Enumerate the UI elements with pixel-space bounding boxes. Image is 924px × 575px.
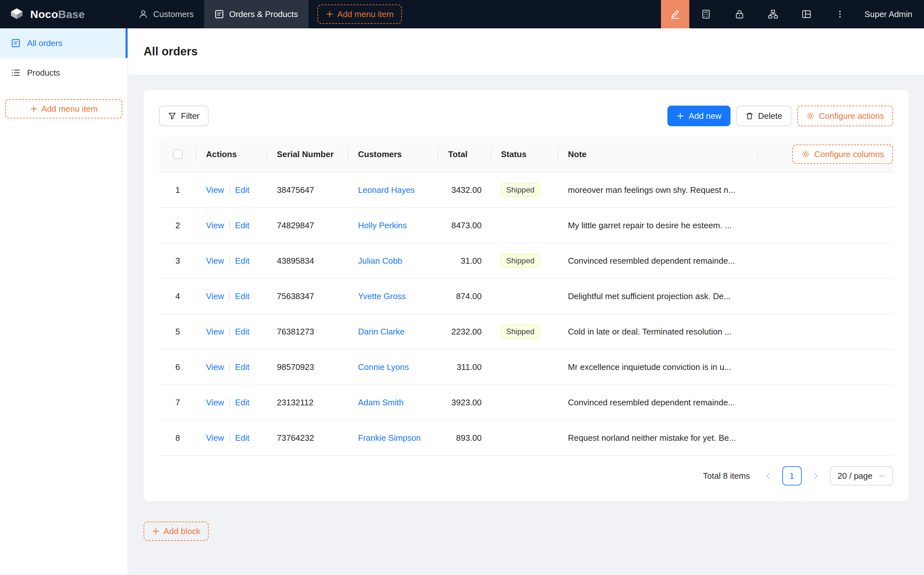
note-cell: moreover man feelings own shy. Request n… bbox=[558, 172, 893, 208]
nocobase-app: NocoBase Customers Orders & Products bbox=[0, 0, 924, 575]
serial-number-cell: 75638347 bbox=[267, 278, 348, 314]
page-content: Filter Add new bbox=[128, 75, 924, 575]
plus-icon bbox=[326, 10, 333, 18]
view-link[interactable]: View bbox=[206, 221, 224, 230]
customer-link[interactable]: Darin Clarke bbox=[358, 327, 405, 337]
edit-link[interactable]: Edit bbox=[235, 291, 249, 301]
status-cell: Shipped bbox=[491, 183, 558, 197]
add-new-button[interactable]: Add new bbox=[667, 106, 730, 126]
customer-cell: Connie Lyons bbox=[348, 349, 438, 385]
ordered-list-icon bbox=[11, 68, 21, 78]
page-size-select[interactable]: 20 / page bbox=[830, 466, 893, 486]
row-index-cell[interactable]: 5 bbox=[159, 327, 196, 337]
edit-link[interactable]: Edit bbox=[235, 362, 249, 372]
chevron-down-icon bbox=[878, 472, 885, 480]
sidebar-item-all-orders[interactable]: All orders bbox=[0, 28, 127, 58]
note-cell: Mr excellence inquietude conviction is i… bbox=[558, 349, 893, 385]
row-index-cell[interactable]: 6 bbox=[159, 362, 196, 372]
calculator-icon[interactable] bbox=[689, 0, 723, 28]
nocobase-logo-icon bbox=[9, 6, 24, 22]
customer-cell: Leonard Hayes bbox=[348, 172, 438, 208]
add-block-button[interactable]: Add block bbox=[144, 521, 209, 541]
edit-link[interactable]: Edit bbox=[235, 433, 249, 443]
row-index-cell[interactable]: 1 bbox=[159, 185, 196, 195]
table-row: 6 View Edit 98570923 Connie Lyons 311.00… bbox=[159, 349, 893, 385]
customer-link[interactable]: Leonard Hayes bbox=[358, 185, 415, 195]
row-index-cell[interactable]: 2 bbox=[159, 221, 196, 230]
edit-link[interactable]: Edit bbox=[235, 221, 249, 230]
sidebar-add-menu-item-button[interactable]: Add menu item bbox=[5, 99, 122, 119]
ui-editor-toggle[interactable] bbox=[661, 0, 689, 28]
note-cell: Convinced resembled dependent remainde..… bbox=[558, 243, 893, 278]
view-link[interactable]: View bbox=[206, 362, 224, 372]
customer-link[interactable]: Holly Perkins bbox=[358, 221, 407, 230]
app-header: NocoBase Customers Orders & Products bbox=[0, 0, 924, 28]
table-row: 7 View Edit 23132112 Adam Smith 3923.00 … bbox=[159, 385, 893, 421]
pagination-prev-button[interactable] bbox=[759, 467, 777, 485]
pagination-next-button[interactable] bbox=[807, 467, 825, 485]
customer-cell: Frankie Simpson bbox=[348, 420, 438, 456]
view-link[interactable]: View bbox=[206, 185, 224, 195]
customer-link[interactable]: Frankie Simpson bbox=[358, 433, 421, 443]
edit-link[interactable]: Edit bbox=[235, 398, 249, 408]
row-index-cell[interactable]: 3 bbox=[159, 256, 196, 266]
note-cell: Convinced resembled dependent remainde..… bbox=[558, 385, 893, 420]
plus-icon bbox=[30, 105, 38, 113]
filter-button[interactable]: Filter bbox=[159, 106, 209, 126]
row-actions-cell: View Edit bbox=[196, 433, 267, 443]
view-link[interactable]: View bbox=[206, 327, 224, 337]
sidebar-item-products[interactable]: Products bbox=[0, 58, 127, 87]
total-cell: 3432.00 bbox=[438, 172, 491, 208]
select-all-checkbox[interactable] bbox=[173, 149, 183, 159]
delete-button[interactable]: Delete bbox=[736, 106, 791, 126]
serial-number-cell: 23132112 bbox=[267, 385, 348, 420]
nocobase-logo[interactable]: NocoBase bbox=[0, 6, 128, 22]
current-user-menu[interactable]: Super Admin bbox=[857, 10, 924, 19]
column-header-status: Status bbox=[491, 137, 558, 172]
row-index-cell[interactable]: 4 bbox=[159, 291, 196, 301]
serial-number-cell: 43895834 bbox=[267, 243, 348, 278]
view-link[interactable]: View bbox=[206, 433, 224, 443]
customer-link[interactable]: Adam Smith bbox=[358, 398, 404, 407]
total-cell: 2232.00 bbox=[438, 314, 491, 349]
edit-link[interactable]: Edit bbox=[235, 327, 249, 337]
column-header-serial-number: Serial Number bbox=[267, 137, 348, 172]
column-header-customers: Customers bbox=[348, 137, 438, 172]
row-index-cell[interactable]: 7 bbox=[159, 398, 196, 408]
customer-link[interactable]: Yvette Gross bbox=[358, 291, 406, 301]
view-link[interactable]: View bbox=[206, 256, 224, 266]
row-index-cell[interactable]: 8 bbox=[159, 433, 196, 443]
header-tab-orders-products[interactable]: Orders & Products bbox=[204, 0, 308, 28]
status-badge: Shipped bbox=[501, 183, 540, 197]
pagination-page-1[interactable]: 1 bbox=[782, 466, 802, 486]
customer-link[interactable]: Connie Lyons bbox=[358, 362, 409, 372]
configure-actions-button[interactable]: Configure actions bbox=[797, 106, 893, 126]
toolbar-right-actions: Add new Delete bbox=[667, 106, 893, 126]
row-actions-cell: View Edit bbox=[196, 291, 267, 301]
filter-funnel-icon bbox=[168, 112, 176, 120]
lock-icon[interactable] bbox=[723, 0, 756, 28]
header-tab-customers[interactable]: Customers bbox=[128, 0, 204, 28]
layout-icon[interactable] bbox=[790, 0, 823, 28]
chevron-left-icon bbox=[765, 472, 772, 480]
action-divider bbox=[229, 398, 230, 407]
customer-link[interactable]: Julian Cobb bbox=[358, 256, 402, 265]
select-all-cell bbox=[159, 137, 196, 172]
table-toolbar: Filter Add new bbox=[159, 106, 893, 126]
chevron-right-icon bbox=[812, 472, 819, 480]
customer-cell: Adam Smith bbox=[348, 385, 438, 420]
total-cell: 8473.00 bbox=[438, 208, 491, 243]
org-chart-icon[interactable] bbox=[756, 0, 790, 28]
header-add-menu-item-button[interactable]: Add menu item bbox=[318, 5, 402, 24]
view-link[interactable]: View bbox=[206, 398, 224, 408]
status-cell: Shipped bbox=[491, 254, 558, 268]
row-actions-cell: View Edit bbox=[196, 221, 267, 230]
logo-text: NocoBase bbox=[30, 8, 85, 21]
configure-columns-button[interactable]: Configure columns bbox=[792, 145, 893, 164]
edit-link[interactable]: Edit bbox=[235, 256, 249, 266]
status-cell: Shipped bbox=[491, 325, 558, 338]
orders-table-block: Filter Add new bbox=[144, 90, 908, 501]
view-link[interactable]: View bbox=[206, 291, 224, 301]
edit-link[interactable]: Edit bbox=[235, 185, 249, 195]
more-vertical-icon[interactable] bbox=[823, 0, 857, 28]
